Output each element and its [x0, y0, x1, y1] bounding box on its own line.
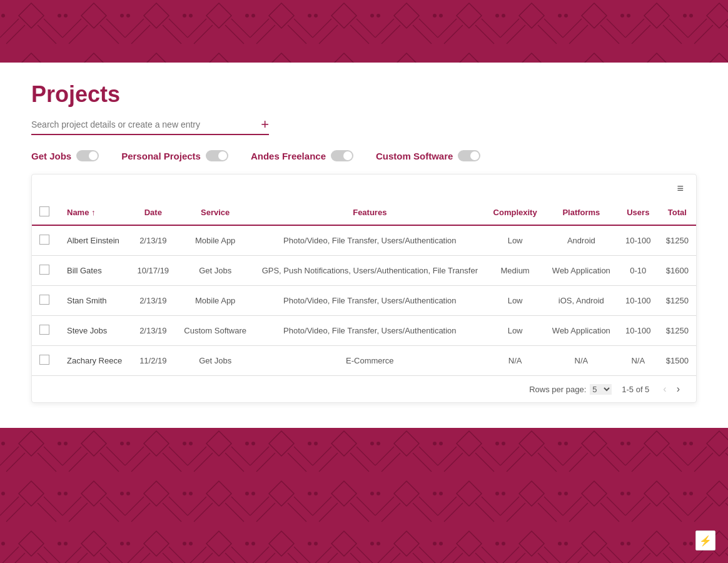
- row-name: Zachary Reece: [57, 346, 129, 376]
- row-complexity: Medium: [485, 256, 544, 286]
- row-checkbox[interactable]: [39, 235, 49, 245]
- row-name: Albert Einstein: [57, 225, 129, 256]
- row-complexity: Low: [485, 225, 544, 256]
- header-service[interactable]: Service: [176, 200, 254, 225]
- tab-personal-projects-label: Personal Projects: [121, 151, 201, 161]
- rows-per-page-select[interactable]: 5 10 25: [590, 384, 612, 395]
- rows-per-page: Rows per page: 5 10 25: [529, 384, 612, 395]
- row-features: Photo/Video, File Transfer, Users/Authen…: [254, 225, 485, 256]
- row-service: Mobile App: [176, 225, 254, 256]
- row-checkbox-cell: [32, 286, 57, 316]
- header-checkbox-col: [32, 200, 57, 225]
- prev-page-button[interactable]: ‹: [659, 382, 670, 396]
- row-date: 10/17/19: [129, 256, 176, 286]
- add-entry-button[interactable]: +: [261, 118, 269, 131]
- header-name[interactable]: Name ↑: [57, 200, 129, 225]
- tab-get-jobs[interactable]: Get Jobs: [31, 150, 99, 161]
- row-date: 2/13/19: [129, 286, 176, 316]
- svg-rect-7: [0, 0, 728, 63]
- row-name: Stan Smith: [57, 286, 129, 316]
- row-service: Mobile App: [176, 286, 254, 316]
- tab-custom-software[interactable]: Custom Software: [376, 150, 480, 161]
- tab-get-jobs-label: Get Jobs: [31, 151, 71, 161]
- row-features: Photo/Video, File Transfer, Users/Authen…: [254, 316, 485, 346]
- row-service: Custom Software: [176, 316, 254, 346]
- tab-custom-software-label: Custom Software: [376, 151, 453, 161]
- filter-icon[interactable]: ≡: [677, 182, 684, 195]
- table-row: Albert Einstein 2/13/19 Mobile App Photo…: [32, 225, 696, 256]
- search-input[interactable]: [31, 119, 261, 129]
- row-date: 11/2/19: [129, 346, 176, 376]
- row-checkbox-cell: [32, 316, 57, 346]
- tab-get-jobs-toggle[interactable]: [76, 150, 99, 161]
- row-checkbox-cell: [32, 256, 57, 286]
- row-platforms: N/A: [545, 346, 618, 376]
- projects-table: Name ↑ Date Service Features Complexity …: [32, 200, 696, 376]
- header-total[interactable]: Total: [659, 200, 696, 225]
- row-checkbox-cell: [32, 346, 57, 376]
- row-service: Get Jobs: [176, 346, 254, 376]
- row-checkbox-cell: [32, 225, 57, 256]
- tab-custom-software-toggle[interactable]: [458, 150, 480, 161]
- table-row: Bill Gates 10/17/19 Get Jobs GPS, Push N…: [32, 256, 696, 286]
- lightning-badge[interactable]: ⚡: [695, 530, 715, 550]
- row-total: $1250: [659, 316, 696, 346]
- row-complexity: Low: [485, 286, 544, 316]
- row-platforms: Web Application: [545, 316, 618, 346]
- table-header-bar: ≡: [32, 175, 696, 200]
- row-users: 10-100: [618, 316, 659, 346]
- search-row: +: [31, 118, 269, 135]
- row-users: 0-10: [618, 256, 659, 286]
- bottom-banner: [0, 428, 728, 563]
- diamond-pattern-top: [0, 0, 728, 63]
- svg-rect-15: [0, 428, 728, 563]
- row-features: Photo/Video, File Transfer, Users/Authen…: [254, 286, 485, 316]
- page-title: Projects: [31, 81, 697, 108]
- row-checkbox[interactable]: [39, 265, 49, 275]
- row-name: Bill Gates: [57, 256, 129, 286]
- header-features[interactable]: Features: [254, 200, 485, 225]
- row-date: 2/13/19: [129, 225, 176, 256]
- select-all-checkbox[interactable]: [39, 206, 49, 216]
- tab-andes-freelance[interactable]: Andes Freelance: [251, 150, 353, 161]
- row-date: 2/13/19: [129, 316, 176, 346]
- next-page-button[interactable]: ›: [673, 382, 684, 396]
- tab-personal-projects-toggle[interactable]: [206, 150, 228, 161]
- header-users[interactable]: Users: [618, 200, 659, 225]
- row-features: E-Commerce: [254, 346, 485, 376]
- tabs-row: Get Jobs Personal Projects Andes Freelan…: [31, 150, 697, 161]
- table-row: Steve Jobs 2/13/19 Custom Software Photo…: [32, 316, 696, 346]
- header-date[interactable]: Date: [129, 200, 176, 225]
- tab-andes-freelance-toggle[interactable]: [331, 150, 353, 161]
- row-complexity: N/A: [485, 346, 544, 376]
- rows-per-page-label: Rows per page:: [529, 385, 586, 394]
- page-info: 1-5 of 5: [622, 385, 649, 394]
- row-platforms: iOS, Android: [545, 286, 618, 316]
- row-users: 10-100: [618, 225, 659, 256]
- table-row: Stan Smith 2/13/19 Mobile App Photo/Vide…: [32, 286, 696, 316]
- header-platforms[interactable]: Platforms: [545, 200, 618, 225]
- pagination-row: Rows per page: 5 10 25 1-5 of 5 ‹ ›: [32, 376, 696, 402]
- row-users: 10-100: [618, 286, 659, 316]
- row-checkbox[interactable]: [39, 355, 49, 365]
- row-total: $1600: [659, 256, 696, 286]
- top-banner: [0, 0, 728, 63]
- row-features: GPS, Push Notifications, Users/Authentic…: [254, 256, 485, 286]
- page-nav: ‹ ›: [659, 382, 684, 396]
- tab-andes-freelance-label: Andes Freelance: [251, 151, 326, 161]
- row-service: Get Jobs: [176, 256, 254, 286]
- main-content: Projects + Get Jobs Personal Projects An…: [0, 63, 728, 428]
- row-total: $1250: [659, 225, 696, 256]
- row-platforms: Web Application: [545, 256, 618, 286]
- row-complexity: Low: [485, 316, 544, 346]
- row-checkbox[interactable]: [39, 325, 49, 335]
- header-complexity[interactable]: Complexity: [485, 200, 544, 225]
- table-header-row: Name ↑ Date Service Features Complexity …: [32, 200, 696, 225]
- table-card: ≡ Name ↑ Date Service Features Complexit…: [31, 174, 697, 403]
- table-row: Zachary Reece 11/2/19 Get Jobs E-Commerc…: [32, 346, 696, 376]
- diamond-pattern-bottom: [0, 428, 728, 563]
- row-total: $1250: [659, 286, 696, 316]
- row-checkbox[interactable]: [39, 295, 49, 305]
- row-users: N/A: [618, 346, 659, 376]
- tab-personal-projects[interactable]: Personal Projects: [121, 150, 228, 161]
